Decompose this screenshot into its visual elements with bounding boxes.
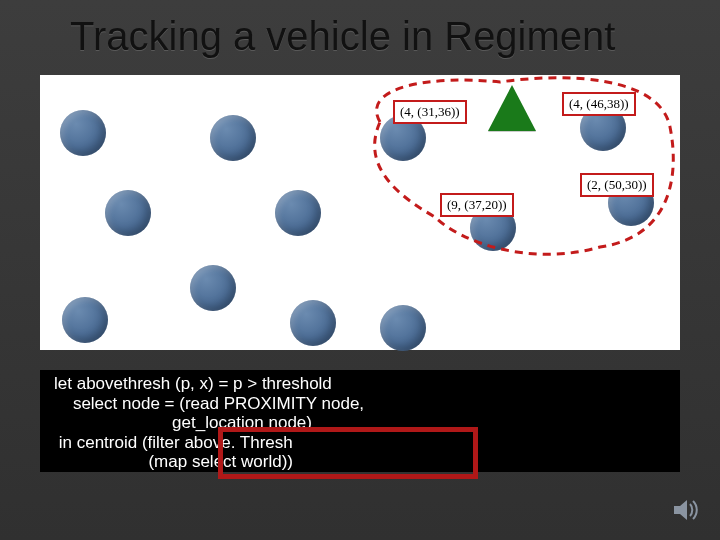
speaker-icon <box>672 498 700 522</box>
target-vehicle-icon <box>488 85 536 131</box>
reading-label: (9, (37,20)) <box>440 193 514 217</box>
sensor-node <box>380 305 426 351</box>
diagram-canvas: (4, (31,36)) (4, (46,38)) (9, (37,20)) (… <box>40 75 680 350</box>
code-line: select node = (read PROXIMITY node, <box>54 394 364 413</box>
reading-label: (2, (50,30)) <box>580 173 654 197</box>
code-line: let abovethresh (p, x) = p > threshold <box>54 374 332 393</box>
sensor-node <box>275 190 321 236</box>
sensor-node <box>60 110 106 156</box>
sensor-node <box>290 300 336 346</box>
slide: Tracking a vehicle in Regiment (4, (31,3… <box>0 0 720 540</box>
sensor-node <box>210 115 256 161</box>
code-line: (map select world)) <box>54 452 293 471</box>
code-panel: let abovethresh (p, x) = p > threshold s… <box>40 370 680 472</box>
sensor-node <box>105 190 151 236</box>
code-line: get_location node) <box>54 413 312 432</box>
sensor-node <box>190 265 236 311</box>
page-title: Tracking a vehicle in Regiment <box>70 14 680 59</box>
reading-label: (4, (46,38)) <box>562 92 636 116</box>
code-line: in centroid (filter above. Thresh <box>54 433 293 452</box>
sensor-node <box>62 297 108 343</box>
reading-label: (4, (31,36)) <box>393 100 467 124</box>
